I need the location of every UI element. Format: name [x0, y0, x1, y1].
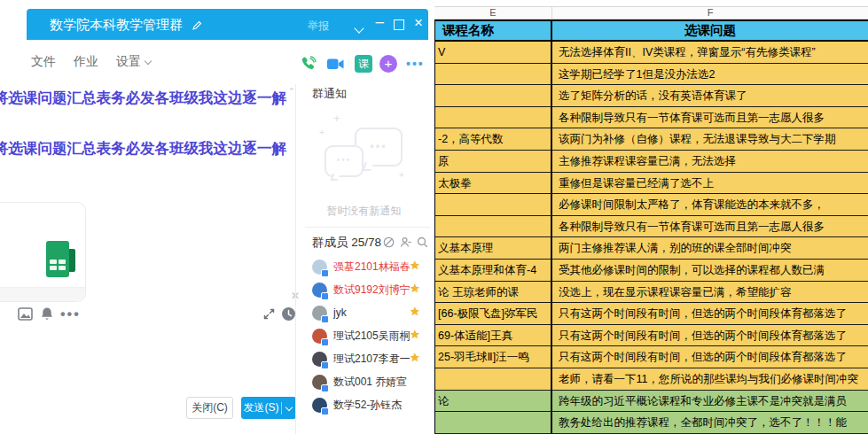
star-icon[interactable]: ★ — [410, 305, 420, 318]
cell-issue[interactable]: 必修课时间限制太严格了，体育课能选的本来就不多， — [552, 194, 868, 215]
image-icon[interactable] — [18, 307, 33, 324]
sheet-row: 选了矩阵分析的话，没有英语体育课了 — [434, 85, 868, 107]
member-list-item[interactable]: 数学52-孙钰杰 — [312, 393, 432, 416]
member-name: 理试2105吴雨桐 — [333, 329, 410, 344]
window-title: 数学院本科教学管理群 — [50, 17, 183, 34]
cell-issue[interactable]: 各种限制导致只有一节体育课可选而且第一志愿人很多 — [552, 216, 868, 237]
sheet-row: 原主修推荐课程课容量已满，无法选择 — [434, 151, 868, 173]
close-button[interactable]: × — [414, 14, 423, 32]
cell-issue[interactable]: 没选上，现在显示课程课容量已满，希望能扩容 — [552, 282, 868, 303]
cell-issue[interactable]: 主修推荐课程课容量已满，无法选择 — [552, 151, 868, 172]
cell-issue[interactable]: 跨年级的习近平概论课程和专业必修主课不是冲突就是满员 — [552, 391, 868, 412]
sheet-row: 69-体适能]王真只有这两个时间段有时间，但选的两个时间段体育都落选了 — [434, 325, 868, 347]
member-list-item[interactable]: 数试9192刘博宁★ — [312, 278, 432, 301]
more-tools-icon[interactable]: ••• — [60, 306, 81, 322]
sheet-row: 必修课时间限制太严格了，体育课能选的本来就不多， — [434, 194, 868, 216]
cell-issue[interactable]: 重修但是课容量已经满了选不上 — [552, 173, 868, 194]
star-icon[interactable]: ★ — [410, 351, 420, 364]
member-name: 数试9192刘博宁 — [333, 283, 410, 298]
video-call-icon[interactable] — [327, 58, 344, 74]
send-button[interactable]: 发送(S) — [241, 397, 296, 419]
star-icon[interactable]: ★ — [410, 328, 420, 341]
cell-course-name[interactable] — [435, 85, 552, 106]
chat-message[interactable]: 将选课问题汇总表务必发各班级我这边逐一解 — [0, 89, 295, 108]
cell-course-name[interactable]: 论 — [435, 391, 552, 412]
chat-menu: 文件 作业 设置 — [31, 54, 151, 70]
cell-course-name[interactable]: V — [435, 42, 552, 63]
mute-icon[interactable] — [383, 236, 395, 252]
members-header-icons — [383, 236, 428, 252]
column-letter-f[interactable]: F — [552, 7, 868, 19]
member-list-item[interactable]: 强基2101林福春★ — [312, 255, 432, 278]
cell-course-name[interactable]: 太极拳 — [435, 173, 552, 194]
cell-course-name[interactable]: 原 — [435, 151, 552, 172]
menu-file[interactable]: 文件 — [31, 54, 56, 70]
cell-course-name[interactable]: -2，高等代数 — [435, 128, 552, 150]
group-side-panel: 群通知 + + + ••• ••• 暂时没有新通知 群成员 25/78 — [296, 81, 432, 434]
maximize-button[interactable] — [394, 19, 404, 30]
header-issue[interactable]: 选课问题 — [552, 21, 868, 40]
sheet-row: 25-羽毛球Ⅱ]汪一鸣只有这两个时间段有时间，但选的两个时间段体育都落选了 — [434, 346, 868, 368]
cell-course-name[interactable] — [435, 107, 552, 128]
add-plus-icon[interactable]: + — [379, 55, 397, 73]
avatar — [312, 375, 327, 390]
spreadsheet-file-icon — [46, 241, 71, 277]
cell-course-name[interactable] — [435, 216, 552, 237]
cell-course-name[interactable] — [435, 64, 552, 85]
cell-issue[interactable]: 该两门为补修（自修）课程，无法退课导致与大二下学期 — [552, 128, 868, 150]
chat-message[interactable]: 将选课问题汇总表务必发各班级我这边逐一解 — [0, 139, 295, 159]
bell-icon[interactable] — [40, 306, 54, 325]
cell-issue[interactable]: 受其他必修课时间的限制，可以选择的课程都人数已满 — [552, 260, 868, 281]
star-icon[interactable]: ★ — [410, 259, 420, 272]
spreadsheet-file-card[interactable] — [0, 202, 86, 302]
column-letter-e[interactable]: E — [434, 7, 552, 19]
header-course-name[interactable]: 课程名称 — [435, 21, 552, 40]
course-app-icon[interactable]: 课 — [355, 55, 372, 73]
cell-course-name[interactable]: [66-极限飞盘]弥军民 — [435, 303, 552, 324]
cell-issue[interactable]: 无法选择体育II、IV类课程，弹窗显示“有先修类课程” — [552, 42, 868, 63]
chevron-down-icon — [145, 57, 152, 64]
cell-issue[interactable]: 只有这两个时间段有时间，但选的两个时间段体育都落选了 — [552, 346, 868, 368]
window-titlebar: 数学院本科教学管理群 举报 – × — [27, 9, 428, 40]
member-badge-icon — [321, 407, 329, 415]
sheet-row: 各种限制导致只有一节体育课可选而且第一志愿人很多 — [434, 216, 868, 238]
cell-issue[interactable]: 这学期已经学了1但是没办法选2 — [552, 64, 868, 85]
avatar — [312, 398, 327, 413]
cell-course-name[interactable]: 义基本原理 — [435, 237, 552, 259]
cell-issue[interactable]: 老师，请看一下11，您所说的那些课均与我们必修课时间冲突 — [552, 368, 868, 390]
report-button[interactable]: 举报 — [308, 19, 329, 34]
cell-course-name[interactable] — [435, 194, 552, 215]
cell-course-name[interactable]: 25-羽毛球Ⅱ]汪一鸣 — [435, 346, 552, 368]
send-options-chevron-icon[interactable] — [282, 402, 296, 415]
member-list-item[interactable]: 数试001 乔婧宣 — [312, 370, 432, 393]
more-options-icon[interactable]: ••• — [406, 55, 425, 73]
cell-course-name[interactable]: 论 王琼老师的课 — [435, 282, 552, 303]
member-list-item[interactable]: jyk★ — [312, 301, 432, 324]
cell-course-name[interactable]: 69-体适能]王真 — [435, 325, 552, 346]
cell-issue[interactable]: 教务处给出的推荐课程，全都时间冲突了，选不了！！！能 — [552, 412, 868, 433]
cell-issue[interactable]: 只有这两个时间段有时间，但选的两个时间段体育都落选了 — [552, 325, 868, 346]
chevron-down-icon[interactable] — [356, 19, 363, 35]
star-icon[interactable]: ★ — [410, 282, 420, 295]
cell-issue[interactable]: 选了矩阵分析的话，没有英语体育课了 — [552, 85, 868, 106]
cell-course-name[interactable] — [435, 368, 552, 390]
cell-issue[interactable]: 各种限制导致只有一节体育课可选而且第一志愿人很多 — [552, 107, 868, 128]
clock-history-icon[interactable] — [281, 306, 296, 325]
sheet-row: V无法选择体育II、IV类课程，弹窗显示“有先修类课程” — [434, 42, 868, 64]
edit-title-icon[interactable] — [192, 19, 202, 35]
expand-icon[interactable] — [262, 307, 276, 324]
cell-issue[interactable]: 两门主修推荐课人满，别的班的课全部时间冲突 — [552, 237, 868, 259]
menu-settings[interactable]: 设置 — [116, 54, 151, 70]
close-chat-button[interactable]: 关闭(C) — [186, 397, 233, 419]
cell-course-name[interactable]: 义基本原理和体育-4 — [435, 260, 552, 281]
member-list-item[interactable]: 理试2105吴雨桐★ — [312, 324, 432, 347]
cell-issue[interactable]: 只有这两个时间段有时间，但选的两个时间段体育都落选了 — [552, 303, 868, 324]
add-member-icon[interactable] — [400, 236, 411, 252]
chat-bubble-icon: ••• — [325, 145, 364, 177]
voice-call-icon[interactable] — [300, 56, 317, 76]
search-icon[interactable] — [417, 236, 428, 252]
menu-homework[interactable]: 作业 — [74, 54, 98, 70]
cell-course-name[interactable] — [435, 412, 552, 433]
member-list-item[interactable]: 理试2107李君一★ — [312, 347, 432, 370]
minimize-button[interactable]: – — [376, 13, 384, 31]
